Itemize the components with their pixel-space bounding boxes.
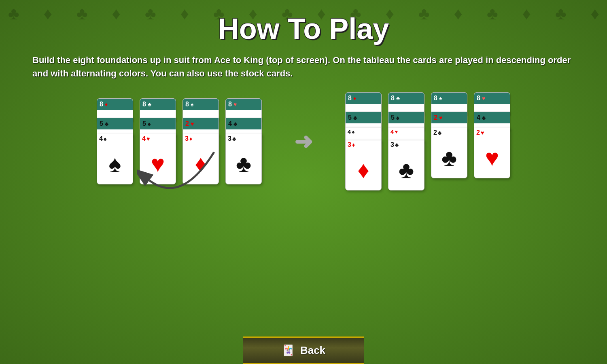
right-col-4: 8 ♥ 4 ♣ 2 ♥ ♥ bbox=[474, 92, 510, 190]
rcol3-card3: 2 ♣ ♣ bbox=[431, 128, 467, 178]
right-col-1: 8 ♦ 5 ♣ 4 ♠ 3 ♦ bbox=[345, 92, 382, 190]
rcol2-card4: 3 ♣ ♣ bbox=[388, 140, 424, 190]
right-arrow: ➜ bbox=[294, 129, 313, 154]
rcol1-card4: 3 ♦ ♦ bbox=[345, 140, 382, 190]
description-text: Build the eight foundations up in suit f… bbox=[32, 53, 575, 80]
rcol4-card3: 2 ♥ ♥ bbox=[474, 128, 510, 178]
card-3c-bot: 3 ♣ ♣ bbox=[225, 134, 262, 184]
card-4h-bot: 4 ♥ ♥ bbox=[140, 134, 176, 184]
card-3d-bot: 3 ♦ ♦ bbox=[183, 134, 219, 184]
left-col-1: 8 ♦ 5 ♣ 4 ♠ ♠ bbox=[97, 98, 133, 184]
left-col-2: 8 ♣ 5 ♠ 4 ♥ ♥ bbox=[140, 98, 176, 184]
right-col-3: 8 ♠ 2 ♥ 2 ♣ ♣ bbox=[431, 92, 467, 190]
left-card-group: 8 ♦ 5 ♣ 4 ♠ ♠ bbox=[97, 98, 262, 184]
back-button-icon: 🃏 bbox=[282, 344, 295, 357]
card-4s-bot: 4 ♠ ♠ bbox=[97, 134, 133, 184]
back-button[interactable]: 🃏 Back bbox=[243, 336, 364, 364]
back-button-label: Back bbox=[300, 344, 325, 357]
left-col-3: 8 ♠ 2 ♥ 3 ♦ ♦ bbox=[183, 98, 219, 184]
back-button-area: 🃏 Back bbox=[0, 336, 607, 364]
page-title: How To Play bbox=[0, 0, 607, 49]
right-col-2: 8 ♣ 5 ♠ 4 ♥ 3 ♣ bbox=[388, 92, 424, 190]
right-card-group: 8 ♦ 5 ♣ 4 ♠ 3 ♦ bbox=[345, 92, 510, 190]
cards-illustration: 8 ♦ 5 ♣ 4 ♠ ♠ bbox=[0, 92, 607, 190]
left-col-4: 8 ♥ 4 ♣ 3 ♣ ♣ bbox=[225, 98, 262, 184]
